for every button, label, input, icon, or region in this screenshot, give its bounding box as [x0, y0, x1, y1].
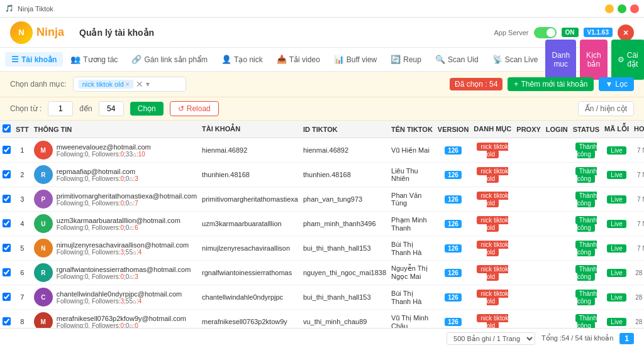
table-header-row: STT THÔNG TIN TÀI KHOẢN ID TIKTOK TÊN TI…	[0, 121, 644, 138]
header-ma-loi: MÃ LỖI	[602, 121, 631, 138]
window-controls	[605, 4, 639, 13]
row-ma-loi: Live	[602, 285, 631, 310]
row-hoat-dong: 28 Ngày trước	[631, 261, 644, 285]
row-checkbox[interactable]	[0, 285, 13, 310]
row-status: Thành công	[570, 285, 602, 310]
reload-button[interactable]: ↺ Reload	[170, 101, 219, 116]
row-checkbox[interactable]	[0, 236, 13, 261]
filter-clear-icon[interactable]: ✕	[136, 79, 143, 89]
select-all-checkbox[interactable]	[3, 124, 11, 133]
row-status: Thành công	[570, 310, 602, 329]
sel-right: Ấn / hiện cột	[578, 101, 634, 116]
row-hoat-dong: 7 Ngày trước	[631, 212, 644, 236]
nav-tai-khoan[interactable]: ☰ Tài khoản	[5, 52, 63, 67]
row-info: P primitivomargheritathomastiexa@hotmail…	[31, 187, 199, 212]
row-proxy	[514, 163, 543, 187]
app-server-label: App Server	[494, 29, 528, 36]
maximize-button[interactable]	[618, 4, 626, 13]
nav-tao-nick[interactable]: 👤 Tạo nick	[215, 52, 269, 67]
row-danh-muc: nick tiktok old	[471, 163, 514, 187]
logo-icon: N	[10, 21, 33, 44]
kich-ban-button[interactable]: Kịch bản	[580, 40, 608, 80]
row-checkbox[interactable]	[0, 261, 13, 285]
nav-buff-view[interactable]: 📊 Buff view	[328, 52, 383, 67]
row-proxy	[514, 187, 543, 212]
row-login	[543, 285, 570, 310]
chon-tu-input[interactable]	[48, 101, 73, 116]
version-badge: 126	[445, 244, 462, 253]
filter-tag-box[interactable]: nick tiktok old × ✕ ▾	[73, 77, 186, 92]
nav-tuong-tac[interactable]: 👥 Tương tác	[64, 52, 124, 67]
an-hien-button[interactable]: Ấn / hiện cột	[578, 101, 634, 116]
app-server-toggle[interactable]	[534, 27, 557, 38]
filter-tag-close[interactable]: ×	[126, 81, 130, 88]
row-status: Thành công	[570, 236, 602, 261]
nav-scan-uid[interactable]: 🔍 Scan Uid	[429, 52, 485, 67]
footer-bar: 500 Bản ghi / 1 Trang Tổng :54 / 54 tài …	[0, 328, 644, 348]
row-hoat-dong: 28 Ngày trước	[631, 285, 644, 310]
row-login	[543, 236, 570, 261]
table-row: 2 R repmaafiap@hotmail.com Following:0, …	[0, 163, 644, 187]
records-per-page-select[interactable]: 500 Bản ghi / 1 Trang	[447, 332, 535, 345]
avatar: N	[34, 239, 53, 258]
them-moi-button[interactable]: + Thêm mới tài khoản	[508, 77, 594, 91]
status-live-badge: Live	[607, 171, 626, 179]
row-tai-khoan: thunhien.48168	[199, 163, 301, 187]
header-thong-tin: THÔNG TIN	[31, 121, 199, 138]
header-checkbox	[0, 121, 13, 138]
nav-icon-tuong-tac: 👥	[70, 55, 80, 64]
danh-muc-badge: nick tiktok old	[477, 216, 508, 232]
status-live-badge: Live	[607, 244, 626, 253]
status-live-badge: Live	[607, 146, 626, 155]
loc-button[interactable]: ▼ Lọc	[599, 77, 634, 91]
row-id-tiktok: bui_thi_thanh_hall153	[301, 236, 389, 261]
filter-icon: ▼	[605, 80, 613, 89]
gear-icon: ⚙	[618, 55, 625, 64]
danh-muc-badge: nick tiktok old	[477, 143, 508, 158]
nav-icon-tao-nick: 👤	[221, 55, 231, 64]
row-checkbox[interactable]	[0, 187, 13, 212]
row-info: R rgnalfwiantoinessierrathomas@hotmail.c…	[31, 261, 199, 285]
minimize-button[interactable]	[605, 4, 614, 13]
row-id-tiktok: phan_van_tung973	[301, 187, 389, 212]
row-stt: 1	[13, 138, 31, 163]
avatar: U	[34, 214, 53, 233]
selected-count-badge: Đã chọn : 54	[450, 78, 502, 90]
chon-button[interactable]: Chọn	[130, 102, 164, 116]
nav-tai-video[interactable]: 📥 Tải video	[270, 52, 326, 67]
row-status: Thành công	[570, 138, 602, 163]
row-checkbox[interactable]	[0, 310, 13, 329]
row-ten-tiktok: Bùi Thị Thanh Hà	[389, 285, 435, 310]
row-id-tiktok: vu_thi_minh_chau89	[301, 310, 389, 329]
nav-gan-link[interactable]: 🔗 Gán link sản phẩm	[125, 52, 214, 67]
status-live-badge: Live	[607, 195, 626, 204]
table-row: 3 P primitivomargheritathomastiexa@hotma…	[0, 187, 644, 212]
row-checkbox[interactable]	[0, 138, 13, 163]
row-danh-muc: nick tiktok old	[471, 212, 514, 236]
row-info: R repmaafiap@hotmail.com Following:0, Fo…	[31, 163, 199, 187]
nav-scan-live[interactable]: 📡 Scan Live	[486, 52, 545, 67]
table-row: 5 N nimujlzenyresachaviraallison@hotmail…	[0, 236, 644, 261]
row-tai-khoan: hienmai.46892	[199, 138, 301, 163]
status-success-badge: Thành công	[575, 265, 597, 281]
row-login	[543, 138, 570, 163]
den-input[interactable]	[99, 101, 124, 116]
close-button[interactable]	[630, 4, 639, 13]
filter-right: Đã chọn : 54 + Thêm mới tài khoản ▼ Lọc	[450, 77, 634, 91]
accounts-table: STT THÔNG TIN TÀI KHOẢN ID TIKTOK TÊN TI…	[0, 121, 644, 328]
danh-muc-badge: nick tiktok old	[477, 314, 508, 328]
nav-icon-tai-video: 📥	[277, 55, 287, 64]
row-ten-tiktok: Liêu Thu Nhiên	[389, 163, 435, 187]
status-live-badge: Live	[607, 318, 626, 326]
user-avatar[interactable]: ×	[618, 24, 634, 41]
row-checkbox[interactable]	[0, 212, 13, 236]
danh-muc-button[interactable]: Danh muc	[545, 40, 576, 80]
filter-arrow-icon[interactable]: ▾	[146, 80, 150, 89]
cai-dat-button[interactable]: ⚙ Cài đặt	[611, 40, 644, 80]
row-danh-muc: nick tiktok old	[471, 310, 514, 329]
row-tai-khoan: merafnikesell0763p2ktow9y	[199, 310, 301, 329]
nav-reup[interactable]: 🔄 Reup	[384, 52, 428, 67]
row-checkbox[interactable]	[0, 163, 13, 187]
row-tai-khoan: chantellwindahle0ndyrpjpc	[199, 285, 301, 310]
row-ten-tiktok: Nguyễn Thị Ngọc Mai	[389, 261, 435, 285]
